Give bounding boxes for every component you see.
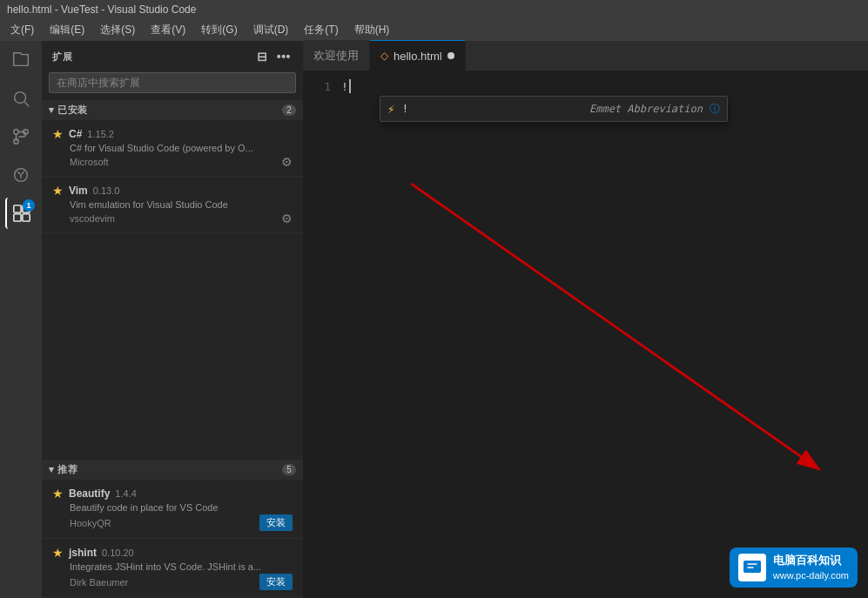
svg-rect-9 [23, 214, 30, 221]
tab-welcome[interactable]: 欢迎使用 [303, 40, 370, 71]
jshint-description: Integrates JSHint into VS Code. JSHint i… [70, 561, 293, 572]
activity-debug[interactable] [5, 159, 37, 191]
extension-jshint[interactable]: ★ jshint 0.10.20 Integrates JSHint into … [42, 539, 303, 598]
menu-select[interactable]: 选择(S) [93, 21, 142, 39]
watermark-line2: www.pc-daily.com [773, 569, 849, 582]
filter-icon[interactable]: ⊟ [255, 48, 270, 65]
svg-rect-11 [744, 561, 761, 573]
autocomplete-popup[interactable]: ⚡ ! Emmet Abbreviation ⓘ [380, 96, 728, 122]
csharp-author: Microsoft [70, 157, 109, 167]
beautify-description: Beautify code in place for VS Code [70, 502, 293, 513]
extension-beautify[interactable]: ★ Beautify 1.4.4 Beautify code in place … [42, 480, 303, 539]
tab-hello-html[interactable]: ◇ hello.html [370, 40, 466, 71]
menu-debug[interactable]: 调试(D) [246, 21, 296, 39]
recommended-chevron: ▾ [49, 464, 54, 475]
beautify-install-button[interactable]: 安装 [259, 514, 293, 531]
installed-label: 已安装 [57, 104, 87, 117]
editor-content[interactable]: 1 ! ⚡ ! Emmet Abbreviation ⓘ [303, 71, 868, 598]
menu-file[interactable]: 文(F) [3, 21, 41, 39]
watermark-text: 电脑百科知识 www.pc-daily.com [773, 553, 849, 582]
autocomplete-type: Emmet Abbreviation [589, 100, 703, 118]
autocomplete-label: ! [401, 100, 582, 118]
vim-version: 0.13.0 [93, 185, 120, 196]
activity-extensions[interactable] [5, 198, 37, 229]
watermark: 电脑百科知识 www.pc-daily.com [730, 548, 858, 588]
activity-bar [0, 41, 42, 598]
autocomplete-emmet-icon: ⚡ [387, 100, 394, 118]
watermark-line1: 电脑百科知识 [773, 553, 849, 568]
sidebar-spacer [42, 233, 303, 460]
menu-task[interactable]: 任务(T) [297, 21, 345, 39]
line-numbers: 1 [303, 71, 338, 598]
menu-help[interactable]: 帮助(H) [347, 21, 397, 39]
csharp-star-icon: ★ [52, 127, 64, 141]
title-text: hello.html - VueTest - Visual Studio Cod… [7, 3, 196, 16]
html-file-icon: ◇ [380, 50, 388, 62]
csharp-gear-icon[interactable]: ⚙ [281, 155, 293, 169]
tab-bar: 欢迎使用 ◇ hello.html [303, 41, 868, 71]
menu-view[interactable]: 查看(V) [144, 21, 192, 39]
svg-point-0 [15, 92, 26, 104]
jshint-install-button[interactable]: 安装 [259, 574, 293, 590]
menu-goto[interactable]: 转到(G) [194, 21, 244, 39]
title-bar: hello.html - VueTest - Visual Studio Cod… [0, 0, 868, 19]
jshint-author: Dirk Baeumer [70, 577, 128, 588]
arrow-overlay [338, 71, 868, 598]
jshint-name: jshint [69, 547, 97, 559]
editor-area: 欢迎使用 ◇ hello.html 1 ! ⚡ ! Emmet [303, 41, 868, 598]
more-icon[interactable]: ••• [275, 48, 293, 65]
sidebar-header: 扩展 ⊟ ••• [42, 41, 303, 72]
menu-bar: 文(F) 编辑(E) 选择(S) 查看(V) 转到(G) 调试(D) 任务(T)… [0, 19, 868, 41]
extension-csharp[interactable]: ★ C# 1.15.2 C# for Visual Studio Code (p… [42, 120, 303, 177]
jshint-star-icon: ★ [52, 546, 64, 560]
activity-git[interactable] [5, 121, 37, 152]
recommended-label: 推荐 [57, 463, 77, 476]
extension-vim[interactable]: ★ Vim 0.13.0 Vim emulation for Visual St… [42, 177, 303, 233]
jshint-version: 0.10.20 [102, 548, 134, 558]
recommended-count: 5 [282, 464, 296, 475]
beautify-name: Beautify [69, 487, 110, 500]
sidebar-header-icons: ⊟ ••• [255, 48, 293, 65]
installed-section-header[interactable]: ▾ 已安装 2 [42, 100, 303, 120]
svg-point-2 [14, 130, 19, 135]
editor-exclamation: ! [341, 80, 348, 93]
extension-search-input[interactable] [49, 72, 296, 93]
csharp-version: 1.15.2 [87, 129, 114, 139]
activity-explorer[interactable] [5, 44, 37, 76]
watermark-icon [738, 554, 766, 581]
svg-rect-6 [14, 205, 21, 212]
beautify-star-icon: ★ [52, 487, 64, 501]
recommended-section-header[interactable]: ▾ 推荐 5 [42, 460, 303, 480]
vim-name: Vim [69, 185, 88, 197]
installed-chevron: ▾ [49, 104, 54, 116]
beautify-version: 1.4.4 [115, 488, 136, 499]
editor-line-1: ! [341, 78, 351, 96]
sidebar: 扩展 ⊟ ••• ▾ 已安装 2 ★ C# 1.15.2 [42, 41, 303, 598]
tab-modified-dot [447, 52, 454, 59]
vim-star-icon: ★ [52, 184, 64, 198]
activity-search[interactable] [5, 83, 37, 114]
line-number-1: 1 [303, 78, 331, 96]
vim-gear-icon[interactable]: ⚙ [281, 212, 293, 225]
svg-rect-8 [14, 214, 21, 221]
sidebar-title: 扩展 [52, 50, 72, 64]
main-layout: 扩展 ⊟ ••• ▾ 已安装 2 ★ C# 1.15.2 [0, 41, 868, 598]
svg-rect-7 [23, 205, 30, 212]
beautify-author: HookyQR [70, 518, 111, 528]
svg-line-1 [24, 102, 29, 106]
installed-count: 2 [282, 104, 296, 116]
vim-description: Vim emulation for Visual Studio Code [70, 199, 293, 210]
csharp-description: C# for Visual Studio Code (powered by O.… [70, 143, 293, 153]
vim-author: vscodevim [70, 213, 115, 224]
text-cursor [349, 79, 351, 93]
tab-hello-html-label: hello.html [394, 50, 442, 63]
autocomplete-info-icon[interactable]: ⓘ [710, 100, 720, 118]
tab-welcome-label: 欢迎使用 [313, 48, 359, 64]
editor-text-area[interactable]: ! ⚡ ! Emmet Abbreviation ⓘ [338, 71, 868, 598]
csharp-name: C# [69, 128, 82, 140]
menu-edit[interactable]: 编辑(E) [43, 21, 91, 39]
